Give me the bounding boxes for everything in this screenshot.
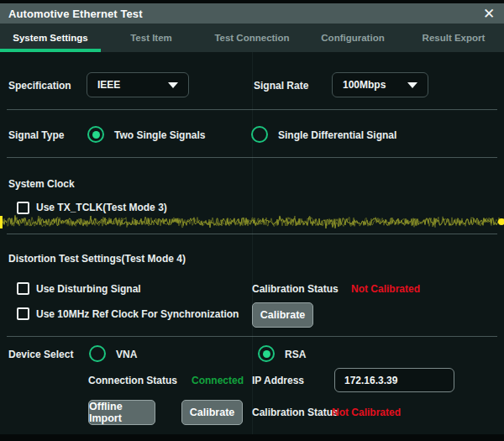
device-calibration-status-value: Not Calibrated bbox=[332, 407, 401, 418]
dialog-titlebar: Automotive Ethernet Test ✕ bbox=[0, 3, 504, 24]
offline-import-button[interactable]: Offline Import bbox=[88, 400, 155, 425]
specification-dropdown[interactable]: IEEE bbox=[87, 72, 189, 97]
ip-address-field[interactable]: 172.16.3.39 bbox=[334, 368, 454, 392]
ip-address-label: IP Address bbox=[252, 375, 304, 386]
ground-marker-left bbox=[0, 216, 3, 228]
oscilloscope-screen: Automotive Ethernet Test ✕ System Settin… bbox=[0, 0, 504, 441]
chevron-down-icon bbox=[407, 82, 417, 88]
radio-two-single-signals-label: Two Single Signals bbox=[114, 129, 205, 141]
tab-configuration[interactable]: Configuration bbox=[302, 24, 403, 52]
radio-dot bbox=[92, 131, 100, 139]
device-calibrate-button[interactable]: Calibrate bbox=[181, 400, 243, 425]
radio-vna-label: VNA bbox=[116, 349, 137, 360]
dialog-title: Automotive Ethernet Test bbox=[0, 8, 143, 20]
connection-status-label: Connection Status bbox=[88, 375, 177, 386]
divider bbox=[7, 336, 497, 337]
radio-dot bbox=[94, 350, 102, 358]
signal-type-label: Signal Type bbox=[8, 129, 64, 141]
divider bbox=[7, 157, 497, 158]
distortion-calibrate-button[interactable]: Calibrate bbox=[252, 302, 313, 328]
radio-dot bbox=[256, 131, 264, 139]
divider bbox=[7, 234, 497, 234]
distortion-settings-title: Distortion Test Settings(Test Mode 4) bbox=[8, 253, 186, 265]
tab-test-item[interactable]: Test Item bbox=[101, 24, 202, 52]
signal-rate-dropdown[interactable]: 100Mbps bbox=[332, 72, 428, 97]
specification-label: Specification bbox=[8, 80, 71, 92]
radio-single-differential-signal[interactable] bbox=[251, 126, 268, 143]
chevron-down-icon bbox=[168, 82, 178, 88]
radio-dot bbox=[263, 350, 270, 358]
radio-rsa[interactable] bbox=[258, 345, 275, 362]
radio-vna[interactable] bbox=[89, 345, 106, 362]
signal-rate-label: Signal Rate bbox=[254, 80, 308, 92]
channel-waveform-trace bbox=[0, 210, 504, 234]
divider bbox=[7, 109, 497, 110]
ip-address-value: 172.16.3.39 bbox=[344, 375, 397, 386]
use-10mhz-ref-clock-checkbox[interactable] bbox=[17, 307, 29, 320]
signal-rate-value: 100Mbps bbox=[343, 79, 386, 91]
use-10mhz-ref-clock-label: Use 10MHz Ref Clock For Synchronization bbox=[36, 308, 239, 320]
tab-system-settings[interactable]: System Settings bbox=[0, 24, 101, 52]
radio-single-differential-signal-label: Single Differential Signal bbox=[278, 129, 396, 141]
use-disturbing-signal-checkbox[interactable] bbox=[17, 282, 29, 295]
calibration-status-value: Not Calibrated bbox=[351, 283, 420, 295]
radio-rsa-label: RSA bbox=[285, 349, 306, 360]
device-select-label: Device Select bbox=[8, 349, 73, 360]
calibration-status-label: Calibration Status bbox=[252, 283, 339, 295]
tab-result-export[interactable]: Result Export bbox=[403, 24, 504, 52]
specification-value: IEEE bbox=[97, 79, 120, 91]
close-icon[interactable]: ✕ bbox=[480, 5, 497, 22]
device-calibration-status-label: Calibration Status bbox=[252, 407, 339, 418]
connection-status-value: Connected bbox=[192, 375, 244, 386]
tab-test-connection[interactable]: Test Connection bbox=[202, 24, 302, 52]
system-clock-title: System Clock bbox=[8, 178, 75, 190]
screen-bottom-strip bbox=[0, 434, 504, 441]
tab-bar: System Settings Test Item Test Connectio… bbox=[0, 24, 504, 52]
use-disturbing-signal-label: Use Disturbing Signal bbox=[36, 283, 141, 295]
radio-two-single-signals[interactable] bbox=[87, 126, 104, 143]
